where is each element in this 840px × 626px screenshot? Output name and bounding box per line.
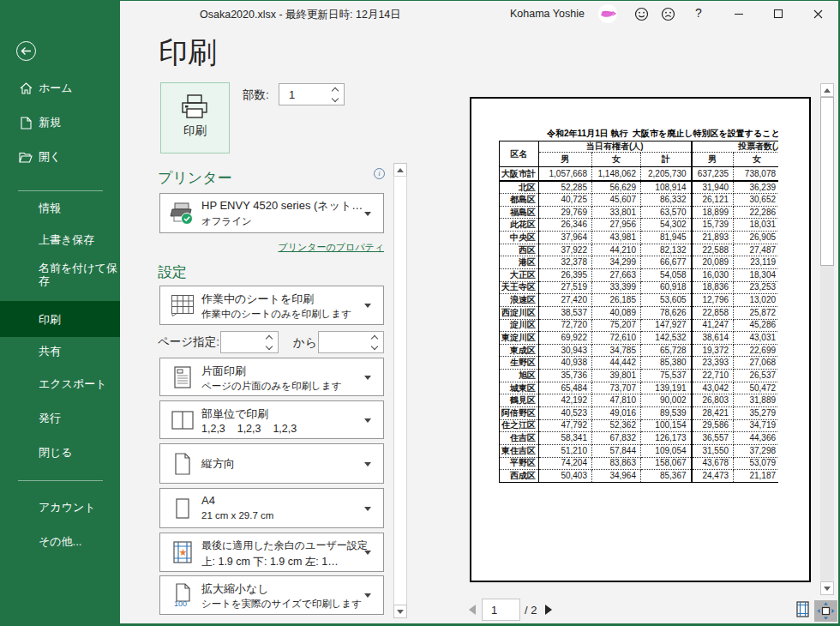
- cell-district: 北区: [500, 181, 539, 194]
- table-row: 鶴見区42,19247,81090,00226,80331,889: [500, 394, 779, 407]
- table-row: 大正区26,39527,66354,05816,03018,304: [500, 268, 779, 281]
- cell-votes-male: 43,678: [692, 457, 734, 470]
- cell-eligible-total: 139,191: [641, 382, 692, 394]
- cell-district: 港区: [500, 256, 539, 269]
- maximize-button[interactable]: [770, 5, 787, 22]
- settings-scrollbar-down[interactable]: [393, 605, 407, 618]
- settings-scrollbar-track[interactable]: [393, 176, 407, 605]
- close-button[interactable]: [809, 5, 826, 22]
- close-icon: [813, 9, 824, 20]
- cell-votes-male: 637,235: [692, 167, 734, 182]
- table-row: 西区37,92244,21082,13222,58827,487: [500, 244, 779, 256]
- printer-device-icon: [167, 194, 198, 232]
- sidebar-item-share[interactable]: 共有: [0, 336, 120, 367]
- sidebar-item-save-as[interactable]: 名前を付けて保存: [0, 255, 120, 294]
- table-row: 港区32,37834,29966,67720,08923,119: [500, 256, 779, 269]
- printer-properties-link[interactable]: プリンターのプロパティ: [278, 241, 384, 254]
- sidebar-item-close[interactable]: 閉じる: [0, 437, 120, 468]
- info-icon[interactable]: i: [374, 168, 385, 179]
- duplex-selector[interactable]: 片面印刷 ページの片面のみを印刷します: [159, 358, 384, 396]
- chevron-down-icon: [364, 507, 371, 511]
- sidebar-item-home[interactable]: ホーム: [0, 73, 120, 104]
- cell-eligible-female: 33,399: [592, 281, 641, 294]
- cell-votes-female: 43,031: [734, 332, 778, 345]
- sidebar-item-open[interactable]: 開く: [0, 141, 120, 172]
- sidebar-divider: [18, 480, 103, 481]
- cell-votes-male: 24,473: [692, 470, 734, 483]
- settings-scrollbar-up[interactable]: [393, 163, 407, 177]
- page-from-input[interactable]: [220, 331, 279, 353]
- cell-district: 東住吉区: [500, 444, 539, 457]
- collated-icon: [167, 401, 198, 438]
- margins-selector[interactable]: ★ 最後に適用した余白のユーザー設定 上: 1.9 cm 下: 1.9 cm 左…: [159, 533, 384, 572]
- cell-votes-male: 31,550: [692, 444, 734, 457]
- next-page-button[interactable]: [545, 605, 552, 615]
- sidebar-item-info[interactable]: 情報: [0, 193, 120, 224]
- cell-votes-female: 26,537: [734, 370, 778, 382]
- cell-eligible-male: 58,341: [539, 432, 592, 445]
- cell-district: 住吉区: [500, 432, 539, 445]
- feedback-smile-button[interactable]: [633, 5, 650, 22]
- sidebar-item-more[interactable]: その他...: [0, 527, 120, 557]
- cell-district: 生野区: [500, 357, 539, 370]
- cell-eligible-female: 83,863: [592, 457, 641, 470]
- table-row: 生野区40,93844,44285,38023,39327,068: [500, 357, 779, 370]
- scaling-selector[interactable]: 100 拡大縮小なし シートを実際のサイズで印刷します: [159, 575, 384, 615]
- orientation-label: 縦方向: [201, 456, 235, 472]
- printer-selector[interactable]: HP ENVY 4520 series (ネット… オフライン: [159, 193, 384, 233]
- print-preview-page: 令和2年11月1日 執行 大阪市を廃止し特別区を設置することに 区名 当日有権者…: [470, 97, 811, 582]
- copies-input[interactable]: 1: [279, 83, 345, 105]
- collate-selector[interactable]: 部単位で印刷 1,2,3 1,2,3 1,2,3: [159, 400, 384, 439]
- sidebar-item-print[interactable]: 印刷: [0, 304, 120, 335]
- help-button[interactable]: ?: [691, 6, 706, 20]
- col-group-eligible: 当日有権者(人): [539, 141, 692, 153]
- show-margins-button[interactable]: [795, 600, 810, 617]
- cell-eligible-female: 1,148,062: [592, 167, 641, 182]
- sidebar-item-save[interactable]: 上書き保存: [0, 225, 120, 256]
- page-from-stepper[interactable]: [267, 336, 272, 349]
- copies-value: 1: [289, 88, 295, 101]
- print-button[interactable]: 印刷: [160, 82, 230, 153]
- page-to-input[interactable]: [318, 331, 384, 353]
- preview-scrollbar-down[interactable]: [820, 581, 834, 595]
- table-row: 西成区50,40334,96485,36724,47321,187: [500, 470, 779, 483]
- feedback-frown-button[interactable]: [659, 5, 676, 22]
- previous-page-button[interactable]: [469, 605, 476, 615]
- cell-district: 東淀川区: [500, 332, 539, 345]
- page-to-stepper[interactable]: [372, 336, 377, 349]
- print-what-selector[interactable]: 作業中のシートを印刷 作業中のシートのみを印刷します: [159, 286, 384, 325]
- cell-votes-male: 26,803: [692, 394, 734, 407]
- paper-icon: [167, 489, 198, 527]
- cell-eligible-female: 26,185: [592, 294, 641, 307]
- back-button[interactable]: [16, 41, 36, 61]
- cell-votes-female: 26,905: [734, 232, 778, 244]
- cell-district: 中央区: [500, 232, 539, 244]
- cell-votes-male: 23,393: [692, 357, 734, 370]
- table-row: 阿倍野区40,52349,01689,53928,42135,279: [500, 407, 779, 420]
- user-avatar[interactable]: [598, 4, 617, 23]
- orientation-selector[interactable]: 縦方向: [159, 443, 384, 484]
- sidebar-item-publish[interactable]: 発行: [0, 403, 120, 434]
- preview-scrollbar-up[interactable]: [820, 83, 834, 97]
- table-row: 東住吉区51,21057,844109,05431,55037,298: [500, 444, 779, 457]
- table-row: 西淀川区38,53740,08978,62622,85825,872: [500, 306, 779, 319]
- sheet-icon: [167, 286, 198, 324]
- cell-eligible-female: 45,607: [592, 194, 641, 207]
- col-header: 女: [592, 153, 641, 167]
- cell-votes-male: 18,899: [692, 206, 734, 219]
- cell-votes-male: 19,372: [692, 344, 734, 357]
- paper-size-selector[interactable]: A4 21 cm x 29.7 cm: [159, 488, 384, 528]
- preview-scrollbar-thumb[interactable]: [820, 97, 834, 266]
- zoom-to-page-button[interactable]: [814, 600, 837, 622]
- minimize-button[interactable]: [730, 5, 747, 22]
- sidebar-item-new[interactable]: 新規: [0, 107, 120, 138]
- cell-eligible-male: 40,938: [539, 357, 592, 370]
- sidebar-item-account[interactable]: アカウント: [0, 492, 120, 523]
- chevron-down-icon: [364, 593, 371, 598]
- cell-eligible-female: 33,801: [592, 206, 641, 219]
- table-row: 住之江区47,79252,362100,15429,58634,719: [500, 419, 779, 432]
- copies-stepper[interactable]: [333, 88, 338, 101]
- sidebar-item-export[interactable]: エクスポート: [0, 369, 120, 400]
- page-number-input[interactable]: 1: [482, 599, 520, 621]
- user-name[interactable]: Kohama Yoshie: [510, 8, 585, 20]
